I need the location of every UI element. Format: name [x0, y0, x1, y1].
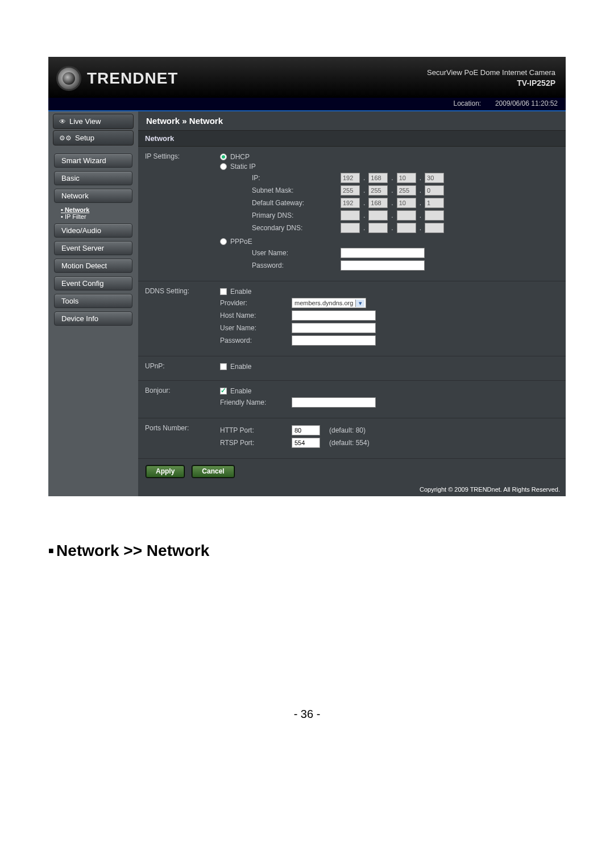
sidebar: 👁 Live View ⚙⚙ Setup Smart Wizard Basic … — [48, 111, 138, 496]
gateway-label: Default Gateway: — [252, 199, 337, 207]
product-title: SecurView PoE Dome Internet Camera TV-IP… — [427, 68, 555, 88]
ddns-host-input[interactable] — [292, 310, 376, 321]
bonjour-label: Bonjour: — [138, 381, 218, 418]
sdns-label: Secondary DNS: — [252, 224, 337, 232]
ip-octet-4[interactable] — [425, 173, 444, 183]
location-label: Location: — [454, 99, 482, 107]
subnet-octet-1[interactable] — [341, 185, 360, 196]
panel-bonjour: Bonjour: Enable Friendly Name: — [138, 381, 566, 418]
http-port-label: HTTP Port: — [220, 426, 288, 434]
ddns-host-label: Host Name: — [220, 312, 288, 319]
gateway-octet-3[interactable] — [397, 198, 416, 208]
ip-octet-3[interactable] — [397, 173, 416, 183]
ports-label: Ports Number: — [138, 418, 218, 458]
breadcrumb: Network » Network — [138, 111, 566, 130]
ip-octet-2[interactable] — [368, 173, 388, 183]
product-model: TV-IP252P — [427, 78, 555, 88]
ddns-pass-input[interactable] — [292, 335, 376, 346]
brand-logo: TRENDNET — [56, 66, 178, 91]
live-view-label: Live View — [69, 117, 101, 126]
network-sublinks: Network IP Filter — [61, 206, 132, 220]
ddns-pass-label: Password: — [220, 337, 288, 344]
gateway-octet-2[interactable] — [368, 198, 388, 208]
pppoe-user-label: User Name: — [252, 249, 337, 257]
ddns-enable-checkbox[interactable] — [220, 288, 227, 295]
location-datetime: 2009/06/06 11:20:52 — [495, 99, 558, 107]
http-port-default: (default: 80) — [329, 426, 366, 434]
brand-text: TRENDNET — [87, 69, 178, 88]
sdns-octet-3[interactable] — [397, 223, 416, 233]
sublink-network[interactable]: Network — [61, 206, 132, 213]
cancel-button[interactable]: Cancel — [192, 466, 234, 477]
app-frame: TRENDNET SecurView PoE Dome Internet Cam… — [48, 57, 566, 496]
setup-tab[interactable]: ⚙⚙ Setup — [53, 130, 134, 146]
ddns-provider-label: Provider: — [220, 299, 288, 307]
doc-heading: Network >> Network — [48, 542, 566, 560]
ddns-provider-select[interactable]: members.dyndns.org ▾ — [292, 298, 366, 308]
panel-ddns: DDNS Setting: Enable Provider: members.d… — [138, 281, 566, 356]
bonjour-friendly-input[interactable] — [292, 397, 376, 408]
sidebar-item-smart-wizard[interactable]: Smart Wizard — [54, 153, 132, 168]
sidebar-item-basic[interactable]: Basic — [54, 171, 132, 185]
pdns-label: Primary DNS: — [252, 211, 337, 219]
ddns-user-input[interactable] — [292, 323, 376, 333]
page-number: - 36 - — [48, 708, 566, 721]
ip-settings-label: IP Settings: — [138, 147, 218, 281]
radio-static-label: Static IP — [230, 163, 256, 171]
sidebar-item-event-config[interactable]: Event Config — [54, 276, 132, 290]
http-port-input[interactable] — [292, 425, 320, 435]
sdns-octet-1[interactable] — [341, 223, 360, 233]
pppoe-pass-input[interactable] — [341, 260, 425, 271]
upnp-enable-checkbox[interactable] — [220, 363, 227, 370]
subnet-octet-3[interactable] — [397, 185, 416, 196]
sidebar-item-video-audio[interactable]: Video/Audio — [54, 223, 132, 238]
section-title-network: Network — [138, 130, 566, 147]
footer-buttons: Apply Cancel — [138, 459, 566, 484]
ip-octet-1[interactable] — [341, 173, 360, 183]
rtsp-port-label: RTSP Port: — [220, 439, 288, 447]
pdns-octet-1[interactable] — [341, 210, 360, 221]
panel-ip-settings: IP Settings: DHCP Static IP IP: — [138, 147, 566, 281]
subnet-octet-2[interactable] — [368, 185, 388, 196]
sidebar-item-network[interactable]: Network — [54, 189, 132, 203]
ddns-label: DDNS Setting: — [138, 281, 218, 356]
subnet-label: Subnet Mask: — [252, 186, 337, 194]
location-bar: Location: 2009/06/06 11:20:52 — [48, 98, 566, 111]
subnet-octet-4[interactable] — [425, 185, 444, 196]
setup-gears-icon: ⚙⚙ — [59, 134, 72, 142]
sidebar-item-event-server[interactable]: Event Server — [54, 241, 132, 255]
pdns-octet-3[interactable] — [397, 210, 416, 221]
ddns-provider-value: members.dyndns.org — [294, 300, 353, 306]
copyright: Copyright © 2009 TRENDnet. All Rights Re… — [138, 484, 566, 496]
panel-ports: Ports Number: HTTP Port: (default: 80) R… — [138, 418, 566, 459]
bonjour-enable-label: Enable — [230, 387, 251, 395]
chevron-down-icon: ▾ — [355, 300, 364, 307]
pdns-octet-2[interactable] — [368, 210, 388, 221]
radio-dhcp[interactable] — [220, 153, 227, 160]
gateway-octet-4[interactable] — [425, 198, 444, 208]
ddns-user-label: User Name: — [220, 324, 288, 332]
ip-label: IP: — [252, 174, 337, 182]
sidebar-item-tools[interactable]: Tools — [54, 294, 132, 308]
bonjour-enable-checkbox[interactable] — [220, 388, 227, 394]
radio-pppoe-label: PPPoE — [230, 238, 252, 246]
rtsp-port-input[interactable] — [292, 438, 320, 448]
panel-upnp: UPnP: Enable — [138, 356, 566, 381]
pdns-octet-4[interactable] — [425, 210, 444, 221]
sidebar-item-device-info[interactable]: Device Info — [54, 312, 132, 326]
pppoe-pass-label: Password: — [252, 261, 337, 269]
radio-pppoe[interactable] — [220, 238, 227, 245]
live-view-tab[interactable]: 👁 Live View — [53, 114, 134, 129]
ddns-enable-label: Enable — [230, 288, 251, 296]
header: TRENDNET SecurView PoE Dome Internet Cam… — [48, 57, 566, 98]
sidebar-item-motion-detect[interactable]: Motion Detect — [54, 259, 132, 273]
sdns-octet-4[interactable] — [425, 223, 444, 233]
pppoe-user-input[interactable] — [341, 248, 425, 258]
radio-static-ip[interactable] — [220, 163, 227, 170]
gateway-octet-1[interactable] — [341, 198, 360, 208]
upnp-enable-label: Enable — [230, 363, 251, 371]
rtsp-port-default: (default: 554) — [329, 439, 370, 447]
sdns-octet-2[interactable] — [368, 223, 388, 233]
apply-button[interactable]: Apply — [146, 466, 184, 477]
sublink-ip-filter[interactable]: IP Filter — [61, 213, 132, 220]
